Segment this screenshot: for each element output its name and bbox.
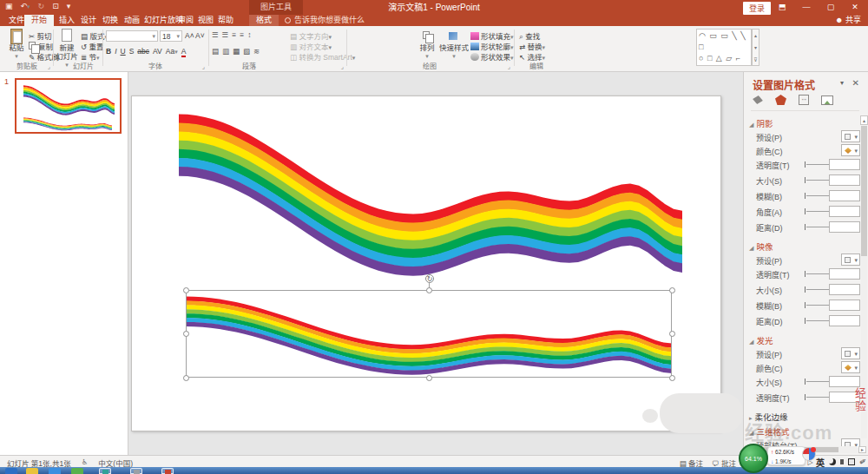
pane-scroll-up-icon[interactable]: ▴ (860, 115, 868, 125)
copy-button[interactable]: 复制 (29, 41, 53, 51)
quick-styles-button[interactable]: 快速样式▾ (439, 29, 469, 60)
bold-button[interactable]: B (106, 47, 111, 56)
pane-section-header[interactable]: ◢阴影 (749, 117, 864, 128)
arrange-button[interactable]: 排列▾ (417, 29, 437, 60)
selection-handle[interactable] (426, 375, 432, 381)
slide-thumbnail[interactable] (15, 78, 122, 134)
taskbar-app-icon[interactable] (99, 468, 111, 474)
replace-button[interactable]: ⇄ 替换▾ (519, 41, 545, 51)
slider-thumb[interactable] (805, 224, 806, 230)
text-shadow-button[interactable]: S (129, 47, 135, 56)
share-button[interactable]: ☻ 共享 (835, 15, 861, 26)
change-case-button[interactable]: Aa▾ (166, 47, 178, 56)
size-properties-tab-icon[interactable] (799, 95, 809, 105)
slide[interactable]: ↻ (131, 95, 721, 431)
browser-ball-icon[interactable] (802, 447, 816, 461)
italic-button[interactable]: I (115, 47, 116, 56)
selection-handle[interactable] (183, 287, 189, 293)
slider-value-input[interactable] (829, 174, 860, 186)
font-name-combo[interactable]: ▾ (106, 30, 158, 42)
strikethrough-button[interactable]: abc (137, 47, 149, 56)
preset-dropdown-button[interactable]: ▾ (841, 347, 860, 359)
pane-vertical-scroll-thumb[interactable] (861, 126, 867, 256)
selection-handle[interactable] (183, 331, 189, 337)
preset-dropdown-button[interactable]: ▾ (841, 130, 860, 142)
color-dropdown-button[interactable]: ▾ (841, 144, 860, 156)
taskbar-app-icon[interactable] (71, 468, 83, 474)
slider-thumb[interactable] (805, 286, 806, 293)
shape-glyph-row[interactable]: ○ □ △ ▱ ⌐ ⇨ (699, 53, 749, 66)
signin-button[interactable]: 登录 (743, 2, 771, 15)
taskbar-app-icon[interactable] (161, 468, 174, 474)
paste-button[interactable]: 粘贴▾ (4, 29, 29, 60)
picture-tab-icon[interactable] (821, 95, 833, 105)
tab-format-contextual[interactable]: 格式 (249, 15, 279, 26)
preset-dropdown-button[interactable]: ▾ (841, 253, 860, 266)
reset-button[interactable]: ↺ 重置 (81, 41, 104, 51)
slider-track[interactable] (806, 164, 829, 165)
slider-value-input[interactable] (829, 190, 860, 201)
rotation-handle[interactable]: ↻ (425, 274, 434, 283)
night-mode-icon[interactable] (829, 458, 836, 465)
pane-section-header[interactable]: ◢发光 (749, 334, 864, 345)
font-color-button[interactable]: A (181, 47, 187, 57)
shapes-gallery-scroll[interactable]: ▴▾⊽ (752, 29, 760, 66)
shape-outline-button[interactable]: 形状轮廓▾ (470, 41, 514, 51)
grow-font-button[interactable]: A˄ (185, 31, 194, 40)
slider-thumb[interactable] (805, 177, 806, 183)
slider-thumb[interactable] (805, 379, 806, 385)
selection-handle[interactable] (669, 331, 675, 337)
paragraph-dialog-launcher[interactable]: ⌟ (341, 63, 344, 70)
font-size-combo[interactable]: 18▾ (160, 30, 182, 42)
selection-box[interactable] (186, 290, 672, 378)
pane-scroll-right-icon[interactable]: ▸ (858, 446, 866, 453)
slider-value-input[interactable] (829, 315, 860, 326)
fill-line-tab-icon[interactable] (752, 95, 764, 105)
cut-button[interactable]: ✂ 剪切 (29, 30, 52, 41)
slider-track[interactable] (806, 305, 829, 306)
char-spacing-button[interactable]: AV (153, 47, 162, 56)
font-dialog-launcher[interactable]: ⌟ (202, 63, 205, 70)
slider-track[interactable] (806, 381, 829, 382)
effects-tab-icon[interactable] (775, 95, 786, 105)
selection-handle[interactable] (669, 287, 675, 293)
tray-small-icon[interactable] (840, 459, 844, 464)
drawing-dialog-launcher[interactable]: ⌟ (508, 63, 510, 70)
tray-tool-icon[interactable]: ✐ (858, 457, 866, 466)
tray-grid-icon[interactable] (848, 458, 855, 465)
slider-track[interactable] (806, 211, 829, 212)
slider-thumb[interactable] (805, 208, 806, 214)
tell-me-box[interactable]: 告诉我你想要做什么 (285, 15, 365, 26)
taskbar-app-icon[interactable] (130, 468, 142, 474)
network-speed-widget[interactable]: ↑ 62.6K/s ↓ 1.9K/s (767, 446, 806, 465)
selection-handle[interactable] (183, 375, 189, 381)
slider-value-input[interactable] (829, 300, 860, 311)
selection-handle[interactable] (426, 287, 432, 293)
slider-track[interactable] (806, 195, 829, 196)
underline-button[interactable]: U (121, 47, 126, 56)
slider-value-input[interactable] (829, 284, 860, 295)
tab-9[interactable]: 帮助 (211, 15, 240, 26)
align-text-button[interactable]: ▥ 对齐文本▾ (290, 41, 332, 51)
slider-thumb[interactable] (805, 193, 806, 199)
ribbon-display-options-icon[interactable]: ⬒ (773, 0, 792, 15)
taskbar-app-icon[interactable] (5, 468, 17, 474)
pane-section-header[interactable]: ◢映像 (749, 240, 864, 251)
slider-thumb[interactable] (805, 302, 806, 308)
selection-handle[interactable] (669, 375, 675, 381)
close-button[interactable]: ✕ (845, 0, 865, 15)
shape-fill-button[interactable]: 形状填充▾ (470, 30, 514, 41)
rainbow-picture-large[interactable] (179, 108, 682, 273)
minimize-button[interactable]: — (797, 0, 816, 15)
color-dropdown-button[interactable]: ▾ (841, 361, 860, 373)
slider-thumb[interactable] (805, 394, 806, 400)
paragraph-list-buttons[interactable]: ☰☰≡≡↕ (212, 30, 254, 39)
slider-thumb[interactable] (805, 318, 806, 324)
taskbar-app-icon[interactable] (26, 468, 38, 474)
paragraph-align-buttons[interactable]: ▤▥▦▧≋ (212, 47, 263, 56)
slider-track[interactable] (806, 320, 829, 321)
windows-taskbar[interactable] (0, 467, 868, 474)
slider-value-input[interactable] (829, 221, 860, 233)
shapes-gallery[interactable]: ◠ ▭ ▭ ╲ ╲ □○ □ △ ▱ ⌐ ⇨☆ ╲ ╲ ⌐ ⌐ ▽ (696, 29, 752, 66)
slider-value-input[interactable] (829, 268, 860, 280)
